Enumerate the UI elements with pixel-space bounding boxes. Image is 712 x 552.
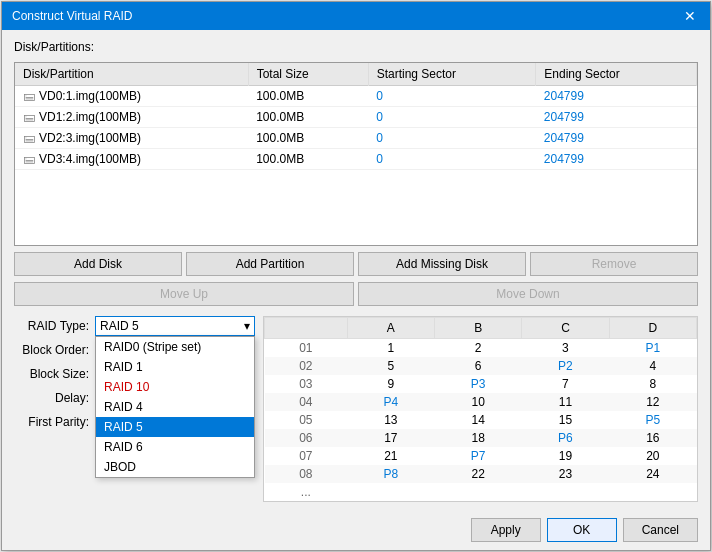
disk-table: Disk/Partition Total Size Starting Secto… — [15, 63, 697, 170]
col-header-end: Ending Sector — [536, 63, 697, 86]
disk-end: 204799 — [536, 86, 697, 107]
disk-name: 🖴VD1:2.img(100MB) — [15, 107, 248, 128]
grid-cell: 16 — [609, 429, 696, 447]
apply-button[interactable]: Apply — [471, 518, 541, 542]
disk-end: 204799 — [536, 107, 697, 128]
raid-option-raid6[interactable]: RAID 6 — [96, 437, 254, 457]
disk-name: 🖴VD2:3.img(100MB) — [15, 128, 248, 149]
dialog-body: Disk/Partitions: Disk/Partition Total Si… — [2, 30, 710, 512]
grid-col-b: B — [434, 318, 521, 339]
raid-type-display[interactable]: RAID 5 ▾ — [95, 316, 255, 336]
raid-option-jbod[interactable]: JBOD — [96, 457, 254, 477]
grid-cell: P6 — [522, 429, 609, 447]
grid-cell: P2 — [522, 357, 609, 375]
block-order-label: Block Order: — [14, 343, 89, 357]
grid-cell: P8 — [347, 465, 434, 483]
disk-size: 100.0MB — [248, 107, 368, 128]
grid-cell: 19 — [522, 447, 609, 465]
grid-cell: 8 — [609, 375, 696, 393]
grid-cell: P7 — [434, 447, 521, 465]
disk-start: 0 — [368, 128, 536, 149]
grid-row: 039P378 — [265, 375, 697, 393]
grid-cell: 11 — [522, 393, 609, 411]
disk-icon: 🖴 — [23, 110, 35, 124]
grid-cell: 4 — [609, 357, 696, 375]
grid-cell: 6 — [434, 357, 521, 375]
cancel-button[interactable]: Cancel — [623, 518, 698, 542]
grid-row: 0721P71920 — [265, 447, 697, 465]
grid-cell: 24 — [609, 465, 696, 483]
grid-cell: 3 — [522, 339, 609, 358]
disk-size: 100.0MB — [248, 86, 368, 107]
grid-cell: 23 — [522, 465, 609, 483]
ok-button[interactable]: OK — [547, 518, 617, 542]
remove-button[interactable]: Remove — [530, 252, 698, 276]
move-up-button[interactable]: Move Up — [14, 282, 354, 306]
bottom-section: RAID Type: RAID 5 ▾ RAID0 (Stripe set) R… — [14, 316, 698, 502]
grid-cell: P1 — [609, 339, 696, 358]
grid-cell: P3 — [434, 375, 521, 393]
grid-cell — [434, 483, 521, 501]
grid-cell: 17 — [347, 429, 434, 447]
raid-grid: A B C D 01123P10256P24039P37804P41011120… — [263, 316, 698, 502]
title-bar: Construct Virtual RAID ✕ — [2, 2, 710, 30]
raid-option-raid5[interactable]: RAID 5 — [96, 417, 254, 437]
disk-start: 0 — [368, 107, 536, 128]
add-partition-button[interactable]: Add Partition — [186, 252, 354, 276]
col-header-start: Starting Sector — [368, 63, 536, 86]
raid-option-raid0[interactable]: RAID0 (Stripe set) — [96, 337, 254, 357]
first-parity-label: First Parity: — [14, 415, 89, 429]
dialog: Construct Virtual RAID ✕ Disk/Partitions… — [1, 1, 711, 551]
grid-row: 04P4101112 — [265, 393, 697, 411]
col-header-size: Total Size — [248, 63, 368, 86]
action-buttons-row: Add Disk Add Partition Add Missing Disk … — [14, 252, 698, 276]
disk-table-row: 🖴VD3:4.img(100MB)100.0MB0204799 — [15, 149, 697, 170]
disk-table-row: 🖴VD1:2.img(100MB)100.0MB0204799 — [15, 107, 697, 128]
close-button[interactable]: ✕ — [680, 8, 700, 24]
disk-icon: 🖴 — [23, 89, 35, 103]
grid-cell: 18 — [434, 429, 521, 447]
raid-option-raid4[interactable]: RAID 4 — [96, 397, 254, 417]
grid-cell: 15 — [522, 411, 609, 429]
move-buttons-row: Move Up Move Down — [14, 282, 698, 306]
grid-row: 01123P1 — [265, 339, 697, 358]
raid-option-raid10[interactable]: RAID 10 — [96, 377, 254, 397]
grid-row-label: 02 — [265, 357, 348, 375]
raid-option-raid1[interactable]: RAID 1 — [96, 357, 254, 377]
disk-size: 100.0MB — [248, 149, 368, 170]
add-missing-disk-button[interactable]: Add Missing Disk — [358, 252, 526, 276]
grid-row-label: 08 — [265, 465, 348, 483]
grid-col-row — [265, 318, 348, 339]
grid-row-label: ... — [265, 483, 348, 501]
add-disk-button[interactable]: Add Disk — [14, 252, 182, 276]
grid-row-label: 07 — [265, 447, 348, 465]
disk-end: 204799 — [536, 128, 697, 149]
grid-row: ... — [265, 483, 697, 501]
grid-cell: 12 — [609, 393, 696, 411]
grid-cell: 14 — [434, 411, 521, 429]
grid-cell: 1 — [347, 339, 434, 358]
disk-table-container: Disk/Partition Total Size Starting Secto… — [14, 62, 698, 246]
footer-buttons: Apply OK Cancel — [2, 512, 710, 550]
dialog-title: Construct Virtual RAID — [12, 9, 133, 23]
grid-cell: 10 — [434, 393, 521, 411]
raid-type-dropdown-container[interactable]: RAID 5 ▾ RAID0 (Stripe set) RAID 1 RAID … — [95, 316, 255, 336]
grid-cell: 5 — [347, 357, 434, 375]
disk-icon: 🖴 — [23, 131, 35, 145]
raid-type-row: RAID Type: RAID 5 ▾ RAID0 (Stripe set) R… — [14, 316, 255, 336]
disk-start: 0 — [368, 149, 536, 170]
disk-table-row: 🖴VD2:3.img(100MB)100.0MB0204799 — [15, 128, 697, 149]
grid-cell: 20 — [609, 447, 696, 465]
grid-cell: 2 — [434, 339, 521, 358]
grid-row: 0256P24 — [265, 357, 697, 375]
disk-name: 🖴VD3:4.img(100MB) — [15, 149, 248, 170]
grid-cell: P4 — [347, 393, 434, 411]
grid-cell — [522, 483, 609, 501]
grid-col-a: A — [347, 318, 434, 339]
grid-row: 061718P616 — [265, 429, 697, 447]
grid-row-label: 03 — [265, 375, 348, 393]
grid-col-c: C — [522, 318, 609, 339]
grid-row-label: 05 — [265, 411, 348, 429]
form-section: RAID Type: RAID 5 ▾ RAID0 (Stripe set) R… — [14, 316, 255, 502]
move-down-button[interactable]: Move Down — [358, 282, 698, 306]
